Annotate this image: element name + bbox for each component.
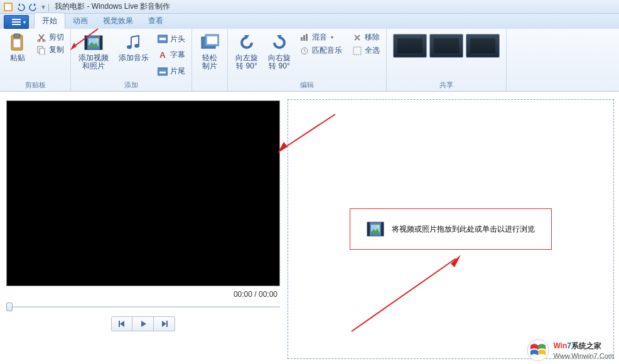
remove-icon [352,33,362,43]
match-music-button[interactable]: 匹配音乐 [297,45,345,56]
mix-button[interactable]: 混音▾ [297,31,345,43]
automovie-button[interactable]: 轻松 制片 [196,31,223,88]
watermark: Win7系统之家 Www.Winwin7.Com [527,339,614,361]
svg-rect-25 [207,36,217,44]
svg-point-16 [96,38,99,41]
window-title: 我的电影 - Windows Live 影音制作 [55,1,170,12]
filmstrip-icon [83,33,104,53]
svg-rect-20 [159,38,166,40]
svg-point-18 [134,44,139,48]
group-edit: 向左旋 转 90° 向右旋 转 90° 混音▾ 匹配音乐 移除 全选 编辑 [228,29,387,91]
media-icon [367,220,384,238]
dropzone-text: 将视频或照片拖放到此处或单击以进行浏览 [392,224,535,235]
ribbon: 粘贴 剪切 复制 剪贴板 添加视频 和照片 添加音乐 片头 A字幕 片尾 [0,29,619,92]
rotate-right-icon [269,33,289,53]
automovie-icon [200,33,220,53]
remove-button[interactable]: 移除 [350,31,382,43]
svg-rect-22 [159,72,166,73]
svg-point-17 [127,45,132,49]
windows-logo-icon [527,339,549,361]
svg-rect-14 [100,36,102,50]
dropzone-prompt[interactable]: 将视频或照片拖放到此处或单击以进行浏览 [350,208,552,250]
watermark-brand: Win7系统之家 [553,340,614,351]
undo-icon[interactable] [15,2,26,12]
select-all-icon [352,46,362,56]
tab-animation[interactable]: 动画 [65,13,95,29]
title-bar: ▾ | 我的电影 - Windows Live 影音制作 [0,0,619,14]
timecode: 00:00 / 00:00 [6,286,280,302]
play-button[interactable] [132,316,154,331]
tab-visual-effects[interactable]: 视觉效果 [95,13,141,29]
video-preview[interactable] [6,100,280,286]
select-all-button[interactable]: 全选 [350,45,382,56]
svg-rect-6 [14,34,20,38]
share-gallery[interactable] [390,31,502,79]
svg-rect-4 [12,24,21,25]
svg-point-41 [527,340,549,361]
caption-icon: A [158,50,168,60]
svg-rect-13 [85,36,87,50]
svg-rect-32 [166,321,168,327]
svg-rect-3 [12,21,21,23]
match-music-icon [299,46,310,56]
mix-icon [299,33,310,43]
share-thumb[interactable] [429,34,463,58]
tab-home[interactable]: 开始 [34,13,65,29]
group-clipboard: 粘贴 剪切 复制 剪贴板 [0,29,71,91]
group-share: 共享 [387,29,507,91]
copy-button[interactable]: 复制 [34,44,67,56]
rotate-left-button[interactable]: 向左旋 转 90° [232,31,262,79]
svg-rect-35 [381,222,384,236]
next-frame-button[interactable] [154,316,175,331]
svg-rect-11 [40,48,45,55]
redo-icon[interactable] [28,2,39,12]
share-thumb[interactable] [466,34,500,58]
share-thumb[interactable] [393,34,427,58]
watermark-url: Www.Winwin7.Com [553,351,614,361]
svg-rect-28 [306,34,308,41]
seek-slider[interactable] [6,305,280,309]
music-icon [124,33,144,53]
title-card-button[interactable]: 片头 [155,33,188,45]
preview-pane: 00:00 / 00:00 [0,92,286,364]
title-icon [158,34,168,44]
end-icon [158,67,168,77]
seek-thumb[interactable] [6,302,13,311]
svg-rect-2 [12,19,21,20]
svg-rect-30 [353,47,361,55]
svg-point-37 [377,225,379,228]
caption-button[interactable]: A字幕 [155,49,188,61]
paste-button[interactable]: 粘贴 [4,31,31,79]
add-video-photo-button[interactable]: 添加视频 和照片 [75,31,112,79]
tab-view[interactable]: 查看 [141,13,171,29]
svg-rect-34 [367,222,370,236]
qat-app-icon[interactable] [3,2,14,12]
cut-icon [36,33,46,43]
file-menu-button[interactable] [4,15,29,29]
svg-rect-31 [119,321,120,327]
paste-icon [8,33,28,53]
group-automovie: 轻松 制片 [192,29,228,91]
quick-access-toolbar: ▾ | [3,2,50,12]
copy-icon [36,45,46,55]
svg-rect-26 [301,37,303,41]
end-card-button[interactable]: 片尾 [155,65,188,77]
svg-rect-27 [303,35,305,41]
prev-frame-button[interactable] [111,316,132,331]
cut-button[interactable]: 剪切 [34,31,67,43]
group-add: 添加视频 和照片 添加音乐 片头 A字幕 片尾 添加 [71,29,192,91]
content-area: 00:00 / 00:00 将视频或照片拖放到此处或单击以进行浏览 [0,92,619,364]
rotate-left-icon [237,33,257,53]
timeline-dropzone[interactable]: 将视频或照片拖放到此处或单击以进行浏览 [288,99,614,359]
svg-rect-1 [5,4,11,10]
ribbon-tabs: 开始 动画 视觉效果 查看 [0,14,619,29]
playback-controls [6,316,280,331]
add-music-button[interactable]: 添加音乐 [115,31,153,79]
rotate-right-button[interactable]: 向右旋 转 90° [264,31,294,79]
svg-rect-7 [13,39,21,48]
